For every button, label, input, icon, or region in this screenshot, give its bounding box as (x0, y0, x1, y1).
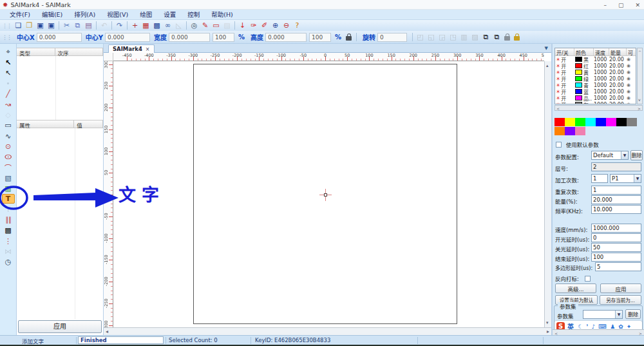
ellipse-tool-icon[interactable]: ⊙ (2, 152, 15, 162)
chevron-down-icon[interactable]: ▼ (615, 311, 622, 318)
red-pointer-icon[interactable]: ✎ (200, 21, 211, 30)
pen-row[interactable]: ☀开绿100020.00◉ (555, 75, 636, 82)
aspect-lock-icon[interactable] (346, 36, 352, 41)
arc-tool-icon[interactable]: ⌒ (2, 163, 15, 173)
send-to-back-icon[interactable]: ⧉ (491, 32, 502, 42)
hatch-icon[interactable]: ▩ (151, 21, 162, 30)
use-default-checkbox[interactable] (556, 142, 562, 148)
minimize-button[interactable]: – (603, 2, 607, 8)
menu-item-1[interactable]: 编辑(E) (36, 10, 68, 20)
maximize-button[interactable]: ▢ (618, 2, 624, 8)
palette-swatch[interactable] (565, 127, 575, 135)
open-file-icon[interactable]: ❒ (24, 21, 35, 30)
visible-eye-icon[interactable]: ◉ (627, 95, 634, 101)
param-set-delete-button[interactable]: 删除 (625, 309, 641, 319)
toolbar-grip[interactable]: ⋮⋮ (2, 23, 11, 29)
polygon-delay-field[interactable] (595, 262, 641, 271)
toolbar-grip[interactable]: ⋮⋮ (2, 34, 11, 41)
pen-row[interactable]: ☀开蓝100020.00◉ (555, 88, 636, 95)
qrcode-tool-icon[interactable]: ▩ (2, 226, 15, 235)
rotate-field[interactable] (377, 33, 407, 42)
origin-tool-icon[interactable]: ⌖ (2, 47, 15, 57)
visible-eye-icon[interactable]: ◉ (627, 76, 634, 81)
reverse-mark-checkbox[interactable] (585, 276, 591, 282)
line-tool-icon[interactable]: ╱ (2, 89, 15, 99)
palette-swatch[interactable] (575, 127, 585, 135)
color-header[interactable]: 颜色 (574, 48, 594, 55)
zoom-out-icon[interactable]: ⊖ (281, 21, 292, 30)
mark-continuous-icon[interactable]: ✐ (259, 21, 270, 30)
array-copy-icon[interactable]: ▦ (140, 21, 151, 30)
panel-hscrollbar[interactable]: < > (553, 329, 644, 335)
pen-table-vscrollbar[interactable]: ^ v (637, 48, 643, 104)
distribute-icon[interactable]: ◲ (437, 32, 448, 42)
copy-icon[interactable]: ⧉ (72, 21, 83, 30)
on-off-header[interactable]: 开/关 (555, 48, 574, 55)
menu-item-4[interactable]: 绘图 (134, 10, 158, 20)
text-tool-icon[interactable]: T (2, 194, 15, 204)
advanced-button[interactable]: 高级... (555, 284, 596, 293)
soft-keyboard-icon[interactable]: ⌨ (598, 323, 607, 330)
zoom-in-icon[interactable]: ⊕ (270, 21, 281, 30)
undo-icon[interactable]: ↶ (99, 21, 109, 30)
visible-eye-icon[interactable]: ◉ (627, 57, 634, 62)
energy-field[interactable] (591, 195, 641, 204)
palette-swatch[interactable] (585, 118, 596, 126)
type-column-header[interactable]: 类型 (17, 48, 55, 56)
palette-swatch[interactable] (575, 118, 585, 126)
frequency-field[interactable] (591, 205, 641, 214)
laser-on-delay-field[interactable] (591, 233, 641, 242)
scroll-right-icon[interactable]: > (638, 106, 641, 112)
speed-header[interactable]: 速度 (594, 48, 609, 55)
scroll-down-icon[interactable]: v (638, 97, 641, 103)
energy-header[interactable]: 能量 (609, 48, 627, 55)
close-button[interactable]: ✕ (635, 2, 640, 8)
center-y-field[interactable] (105, 33, 150, 42)
variable-text-tool-icon[interactable]: T (2, 205, 15, 215)
width-field[interactable] (169, 33, 210, 42)
repeat-field[interactable] (591, 186, 641, 195)
height-field[interactable] (265, 33, 307, 42)
unlock-object-icon[interactable] (514, 36, 520, 41)
polyline-tool-icon[interactable]: ↝ (2, 100, 15, 110)
rectangle-tool-icon[interactable]: ▭ (2, 120, 15, 130)
circle-tool-icon[interactable]: ⊙ (2, 142, 15, 151)
pass-select[interactable]: P1▼ (610, 174, 641, 183)
pen-table-hscrollbar[interactable]: < > (554, 105, 643, 111)
pen-row[interactable]: ☀开青100020.00◉ (555, 82, 636, 88)
pass-count-field[interactable] (591, 174, 608, 183)
bring-to-front-icon[interactable]: ⧉ (480, 32, 491, 42)
order-column-header[interactable]: 次序 (55, 48, 103, 56)
skin-icon[interactable]: ✿ (618, 323, 623, 330)
menu-item-3[interactable]: 视图(V) (101, 10, 134, 20)
document-tab[interactable]: SAIMark4× (108, 44, 155, 53)
redo-icon[interactable]: ↷ (114, 21, 125, 30)
new-file-icon[interactable]: ❏ (13, 21, 24, 30)
same-size-icon[interactable]: ◳ (448, 32, 459, 42)
help-icon[interactable]: ? (292, 21, 303, 30)
save-all-icon[interactable]: ▣ (46, 21, 57, 30)
config-dropdown[interactable]: Default▼ (591, 151, 629, 160)
visible-eye-icon[interactable]: ◉ (627, 82, 634, 88)
mark-param-icon[interactable]: ✑ (248, 21, 259, 30)
pen-row[interactable]: ☀开灰100020.00◉ (555, 101, 636, 104)
preview-frame-icon[interactable]: ▭ (211, 21, 222, 30)
night-mode-icon[interactable]: ☾ (578, 323, 583, 330)
timer-tool-icon[interactable]: ◷ (2, 257, 15, 267)
menu-item-2[interactable]: 排列(A) (68, 10, 101, 20)
attribute-column-header[interactable]: 属性 (17, 120, 74, 128)
palette-swatch[interactable] (554, 127, 565, 135)
zoom-select-icon[interactable]: ◎ (189, 21, 200, 30)
select-tool-icon[interactable]: ↖ (2, 58, 15, 68)
value-column-header[interactable]: 值 (74, 120, 103, 128)
input-output-tool-icon[interactable]: ⋈ (2, 247, 15, 256)
menu-item-5[interactable]: 设置 (158, 10, 182, 20)
delay-point-tool-icon[interactable]: ⋮ (2, 236, 15, 246)
visible-eye-icon[interactable]: ◉ (627, 102, 634, 104)
paste-icon[interactable]: ▤ (83, 21, 94, 30)
ungroup-icon[interactable]: ▨ (469, 32, 480, 42)
menu-item-7[interactable]: 帮助(H) (205, 10, 239, 20)
palette-swatch[interactable] (616, 118, 627, 126)
menu-item-0[interactable]: 文件(F) (4, 10, 36, 20)
palette-swatch[interactable] (565, 118, 575, 126)
